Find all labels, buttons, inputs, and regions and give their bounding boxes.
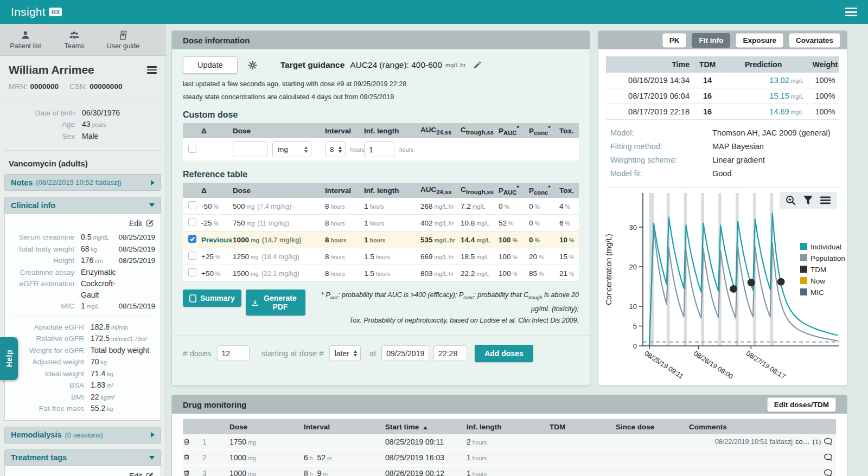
tab-covariates[interactable]: Covariates [789, 33, 840, 48]
prediction-value[interactable]: 15.15 [750, 92, 789, 100]
row-checkbox[interactable] [188, 252, 196, 260]
generate-pdf-button[interactable]: Generate PDF [246, 290, 305, 316]
demographic-row: Date of birth 06/30/1976 [0, 107, 165, 119]
trash-icon[interactable] [183, 469, 190, 476]
edit-icon [145, 219, 154, 228]
notes-meta: (08/22/2019 10:52 faldaszj) [36, 178, 122, 186]
dose-information-header: Dose information [172, 31, 590, 49]
footnote: * Pauc: probability that AUC is >400 (ef… [305, 290, 579, 326]
document-icon [189, 294, 196, 303]
svg-text:10: 10 [629, 303, 637, 311]
treatment-tags-section-header[interactable]: Treatment tags [4, 449, 161, 466]
derived-row: BMI22kg/m² [10, 391, 155, 403]
comments-cell[interactable] [689, 453, 836, 461]
gear-icon[interactable] [247, 60, 258, 70]
svg-text:MIC: MIC [810, 288, 824, 297]
inf-length-input[interactable] [364, 141, 394, 157]
row-checkbox[interactable] [188, 201, 196, 209]
reference-row: -25% 750mg(11 mg/kg) 8hours 1hours 402mg… [183, 215, 579, 231]
tab-pk[interactable]: PK [662, 33, 687, 48]
menu-icon[interactable] [845, 8, 857, 16]
reference-row: +50% 1500mg(22.1 mg/kg) 8hours 1.5hours … [183, 265, 579, 282]
notes-section-header[interactable]: Notes (08/22/2019 10:52 faldaszj) [4, 174, 161, 191]
svg-text:Individual: Individual [810, 243, 841, 251]
clinical-info-edit-button[interactable]: Edit [10, 217, 155, 231]
add-doses-button[interactable]: Add doses [475, 345, 533, 362]
row-checkbox[interactable] [188, 218, 196, 226]
starting-dose-select[interactable]: later [329, 345, 361, 361]
monitoring-row: 2 1000mg 6h 52m 08/25/2019 16:03 1hours [183, 450, 836, 466]
hemodialysis-meta: (0 sessions) [65, 431, 103, 439]
chevron-right-icon [151, 180, 155, 185]
prediction-value[interactable]: 13.02 [750, 76, 789, 85]
hemodialysis-section-header[interactable]: Hemodialysis (0 sessions) [4, 427, 161, 443]
pencil-icon[interactable] [473, 61, 482, 69]
comments-cell[interactable] [689, 469, 836, 476]
svg-text:08/26/19 08:00: 08/26/19 08:00 [692, 350, 735, 381]
edit-doses-tdm-button[interactable]: Edit doses/TDM [767, 397, 836, 412]
tab-fit-info[interactable]: Fit info [692, 33, 730, 48]
dose-unit-select[interactable]: mg [272, 141, 311, 157]
edit-label: Edit [129, 219, 142, 228]
target-guidance-label: Target guidance [280, 60, 345, 70]
interval-stepper[interactable]: 8 [325, 141, 346, 157]
monitoring-row: 1 1750mg 08/25/2019 09:11 2hours 08/22/2… [183, 434, 836, 450]
svg-text:Population: Population [810, 254, 845, 262]
clinical-row: eGFR estimationCockcroft-Gault [10, 278, 155, 300]
csn-label: CSN: [69, 82, 87, 91]
treatment-tags-edit-button[interactable]: Edit [10, 469, 155, 476]
derived-row: Ideal weight71.4kg [10, 368, 155, 380]
help-tab[interactable]: Help [0, 337, 18, 380]
row-checkbox[interactable] [188, 268, 196, 276]
treatment-tags-title: Treatment tags [11, 453, 67, 462]
update-button[interactable]: Update [183, 56, 238, 74]
user-guide-button[interactable]: User guide [99, 30, 148, 50]
help-label: Help [5, 350, 14, 367]
summary-button[interactable]: Summary [183, 290, 241, 307]
user-guide-label: User guide [107, 42, 139, 50]
start-time-input[interactable] [433, 345, 467, 361]
divider [4, 150, 161, 151]
patient-menu-icon[interactable] [147, 66, 157, 74]
num-doses-input[interactable] [217, 345, 250, 361]
patient-list-button[interactable]: Patient list [1, 30, 50, 50]
at-label: at [369, 349, 376, 358]
sidebar-toolbar: Patient list Teams User guide [0, 24, 165, 56]
custom-dose-checkbox[interactable] [188, 145, 196, 153]
clinical-info-title: Clinical info [11, 201, 55, 210]
trash-icon[interactable] [183, 453, 190, 461]
comment-icon [824, 438, 833, 446]
treatment-tags-panel: Edit [4, 466, 161, 476]
divider [172, 335, 590, 336]
mrn-label: MRN: [9, 82, 28, 91]
person-icon [20, 30, 31, 41]
custom-dose-header-row: Δ Dose Interval Inf. length AUC24,ss Ctr… [183, 123, 579, 138]
clinical-row: MIC1mg/L08/15/2019 [10, 300, 155, 312]
fit-row: 08/17/2019 22:18 16 14.69mg/L 100% [606, 104, 839, 120]
custom-dose-input[interactable] [233, 141, 267, 157]
teams-button[interactable]: Teams [50, 30, 99, 50]
start-time-sort[interactable]: Start time [385, 423, 467, 431]
divider [11, 317, 154, 317]
target-guidance-unit: mg/L.hr [445, 62, 465, 68]
last-updated-text: last updated a few seconds ago, starting… [183, 80, 579, 88]
csn-value: 00000000 [90, 82, 122, 91]
book-icon [118, 30, 129, 41]
patient-list-label: Patient list [10, 42, 41, 50]
trash-icon[interactable] [183, 438, 190, 446]
derived-row: Fat-free mass55.2kg [10, 403, 155, 415]
reference-table-header-row: Δ Dose Interval Inf. length AUC24,ss Ctr… [183, 183, 579, 198]
prediction-value[interactable]: 14.69 [750, 107, 789, 116]
check-icon [847, 108, 847, 115]
divider [607, 187, 838, 188]
tab-exposure[interactable]: Exposure [736, 33, 783, 48]
comments-cell[interactable]: 08/22/2019 10:51 faldaszj co… (1) [689, 438, 836, 446]
clinical-info-section-header[interactable]: Clinical info [4, 197, 161, 214]
start-date-input[interactable] [381, 345, 429, 361]
row-checkbox-checked[interactable] [188, 235, 196, 243]
svg-text:20: 20 [629, 263, 637, 271]
edit-label: Edit [129, 472, 142, 476]
drug-monitoring-header: Drug monitoring Edit doses/TDM [172, 395, 847, 414]
mrn-value: 0000000 [30, 82, 59, 91]
target-guidance-value: AUC24 (range): 400-600 [350, 60, 442, 70]
